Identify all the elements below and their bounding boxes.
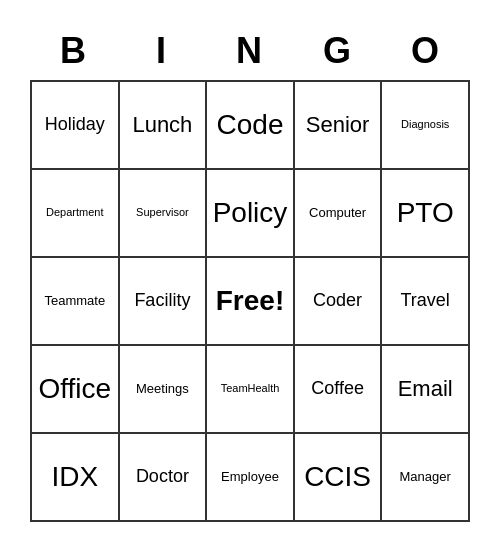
cell-text: PTO bbox=[397, 196, 454, 230]
header-letter: N bbox=[206, 22, 294, 80]
bingo-cell[interactable]: Meetings bbox=[120, 346, 208, 434]
cell-text: Employee bbox=[221, 469, 279, 485]
cell-text: Office bbox=[38, 372, 111, 406]
bingo-cell[interactable]: Senior bbox=[295, 82, 383, 170]
bingo-cell[interactable]: Coder bbox=[295, 258, 383, 346]
bingo-cell[interactable]: Department bbox=[32, 170, 120, 258]
bingo-cell[interactable]: Policy bbox=[207, 170, 295, 258]
bingo-cell[interactable]: Manager bbox=[382, 434, 470, 522]
bingo-cell[interactable]: PTO bbox=[382, 170, 470, 258]
cell-text: Doctor bbox=[136, 466, 189, 488]
cell-text: Holiday bbox=[45, 114, 105, 136]
cell-text: Code bbox=[217, 108, 284, 142]
bingo-cell[interactable]: Office bbox=[32, 346, 120, 434]
cell-text: Free! bbox=[216, 284, 284, 318]
bingo-cell[interactable]: Computer bbox=[295, 170, 383, 258]
bingo-cell[interactable]: Holiday bbox=[32, 82, 120, 170]
bingo-cell[interactable]: TeamHealth bbox=[207, 346, 295, 434]
cell-text: TeamHealth bbox=[221, 382, 280, 395]
header-letter: O bbox=[382, 22, 470, 80]
header-letter: I bbox=[118, 22, 206, 80]
cell-text: Meetings bbox=[136, 381, 189, 397]
cell-text: Department bbox=[46, 206, 103, 219]
bingo-cell[interactable]: Lunch bbox=[120, 82, 208, 170]
cell-text: IDX bbox=[51, 460, 98, 494]
cell-text: Policy bbox=[213, 196, 288, 230]
bingo-cell[interactable]: IDX bbox=[32, 434, 120, 522]
bingo-cell[interactable]: Diagnosis bbox=[382, 82, 470, 170]
cell-text: Email bbox=[398, 376, 453, 402]
bingo-cell[interactable]: Employee bbox=[207, 434, 295, 522]
cell-text: Lunch bbox=[132, 112, 192, 138]
bingo-card: BINGO HolidayLunchCodeSeniorDiagnosisDep… bbox=[20, 12, 480, 532]
bingo-cell[interactable]: Travel bbox=[382, 258, 470, 346]
bingo-cell[interactable]: Email bbox=[382, 346, 470, 434]
header-letter: G bbox=[294, 22, 382, 80]
bingo-cell[interactable]: Supervisor bbox=[120, 170, 208, 258]
header-letter: B bbox=[30, 22, 118, 80]
cell-text: Senior bbox=[306, 112, 370, 138]
cell-text: Supervisor bbox=[136, 206, 189, 219]
bingo-cell[interactable]: Teammate bbox=[32, 258, 120, 346]
cell-text: Facility bbox=[134, 290, 190, 312]
bingo-cell[interactable]: Free! bbox=[207, 258, 295, 346]
cell-text: Manager bbox=[400, 469, 451, 485]
bingo-cell[interactable]: Code bbox=[207, 82, 295, 170]
bingo-cell[interactable]: CCIS bbox=[295, 434, 383, 522]
bingo-cell[interactable]: Facility bbox=[120, 258, 208, 346]
bingo-cell[interactable]: Doctor bbox=[120, 434, 208, 522]
cell-text: Teammate bbox=[44, 293, 105, 309]
cell-text: Diagnosis bbox=[401, 118, 449, 131]
bingo-cell[interactable]: Coffee bbox=[295, 346, 383, 434]
cell-text: Coder bbox=[313, 290, 362, 312]
cell-text: Travel bbox=[401, 290, 450, 312]
bingo-header: BINGO bbox=[30, 22, 470, 80]
cell-text: Computer bbox=[309, 205, 366, 221]
cell-text: Coffee bbox=[311, 378, 364, 400]
bingo-grid: HolidayLunchCodeSeniorDiagnosisDepartmen… bbox=[30, 80, 470, 522]
cell-text: CCIS bbox=[304, 460, 371, 494]
